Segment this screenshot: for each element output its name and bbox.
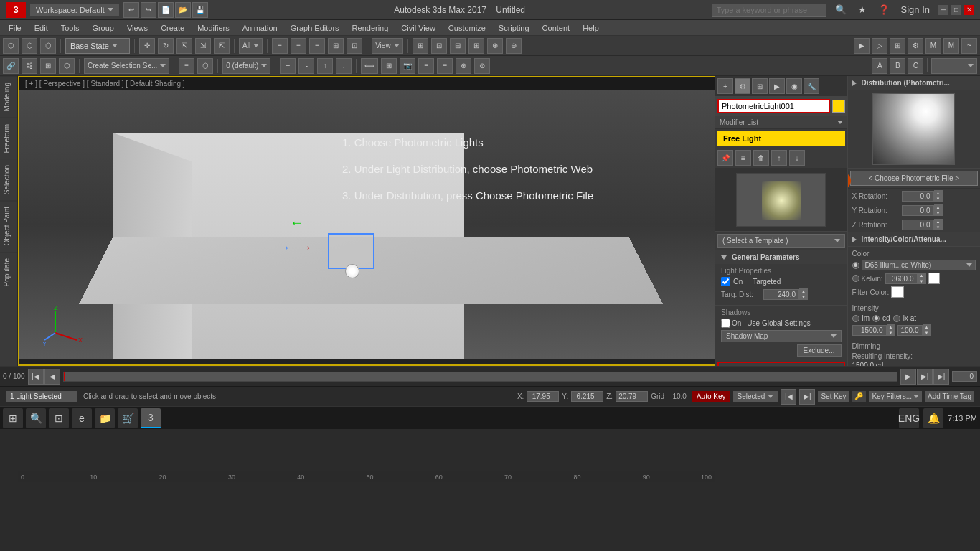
lp-targ-up[interactable]: ▲ bbox=[799, 288, 808, 294]
menu-rendering[interactable]: Rendering bbox=[347, 22, 395, 34]
cd-radio[interactable] bbox=[872, 315, 880, 322]
mod-del-icon[interactable]: 🗑 bbox=[753, 150, 769, 166]
x-rot-input[interactable] bbox=[902, 191, 934, 202]
layer-btn[interactable]: ≡ bbox=[179, 58, 194, 74]
light-name-field[interactable] bbox=[717, 99, 830, 113]
snapshot-btn[interactable]: 📷 bbox=[400, 58, 415, 74]
menu-tools[interactable]: Tools bbox=[55, 22, 85, 34]
taskbar-store-btn[interactable]: 🛒 bbox=[118, 408, 138, 428]
taskbar-3dsmax-btn[interactable]: 3 bbox=[141, 408, 161, 428]
z-rot-input[interactable] bbox=[902, 220, 934, 230]
y-rot-up[interactable]: ▲ bbox=[934, 204, 943, 210]
z-rot-dn[interactable]: ▼ bbox=[934, 225, 943, 230]
modifier-list-btn[interactable]: Modifier List bbox=[715, 116, 847, 129]
d65-dropdown[interactable]: D65 Illum...ce White) bbox=[862, 260, 976, 270]
view3-btn[interactable]: ⊟ bbox=[450, 38, 466, 54]
render-btn[interactable]: ▶ bbox=[854, 38, 870, 54]
select3-btn[interactable]: ⬡ bbox=[40, 38, 56, 54]
taskbar-edge-btn[interactable]: e bbox=[72, 408, 92, 428]
mod-util-icon[interactable]: 🔧 bbox=[804, 78, 819, 94]
view5-btn[interactable]: ⊕ bbox=[487, 38, 503, 54]
int-dn1[interactable]: ▼ bbox=[887, 330, 895, 336]
align5-btn[interactable]: ⊡ bbox=[347, 38, 362, 54]
layer4-btn[interactable]: ↑ bbox=[317, 58, 333, 74]
timeline-next-btn[interactable]: ▶| bbox=[917, 369, 933, 385]
render3-btn[interactable]: ⊞ bbox=[890, 38, 905, 54]
shadow-on-cb[interactable] bbox=[721, 319, 730, 328]
sidebar-tab-populate[interactable]: Populate bbox=[0, 252, 17, 292]
menu-create[interactable]: Create bbox=[155, 22, 190, 34]
lp-targ-dn[interactable]: ▼ bbox=[799, 294, 808, 300]
name-sel-btn[interactable]: A bbox=[872, 58, 887, 74]
close-btn[interactable]: ✕ bbox=[964, 5, 974, 15]
lxat-radio[interactable] bbox=[893, 315, 900, 322]
timeline-bar[interactable] bbox=[63, 372, 897, 382]
timeline-end-btn[interactable]: ▶| bbox=[933, 369, 949, 385]
all-dropdown[interactable]: All bbox=[239, 38, 263, 54]
int-dn2[interactable]: ▼ bbox=[923, 330, 931, 336]
selected-dropdown[interactable]: Selected bbox=[733, 391, 778, 402]
int-up1[interactable]: ▲ bbox=[887, 324, 895, 330]
name-sel2-btn[interactable]: B bbox=[890, 58, 905, 74]
mat2-btn[interactable]: M bbox=[943, 38, 959, 54]
light-dist-sec-header[interactable]: Light Distribution (Type) bbox=[719, 363, 844, 366]
name-sel3-btn[interactable]: C bbox=[908, 58, 923, 74]
save-btn[interactable]: 💾 bbox=[192, 2, 208, 18]
layer2-btn[interactable]: + bbox=[280, 58, 296, 74]
int-up2[interactable]: ▲ bbox=[923, 324, 931, 330]
default-layer-dropdown[interactable]: 0 (default) bbox=[222, 58, 270, 74]
mod-up-icon[interactable]: ↑ bbox=[771, 150, 787, 166]
x-input[interactable] bbox=[527, 391, 559, 402]
menu-customize[interactable]: Customize bbox=[443, 22, 491, 34]
mod-dn-icon[interactable]: ↓ bbox=[789, 150, 805, 166]
view4-btn[interactable]: ⊞ bbox=[468, 38, 484, 54]
render2-btn[interactable]: ▷ bbox=[872, 38, 887, 54]
menu-animation[interactable]: Animation bbox=[237, 22, 283, 34]
move-btn[interactable]: ✛ bbox=[139, 38, 155, 54]
array-btn[interactable]: ⊞ bbox=[381, 58, 397, 74]
filter-color-swatch[interactable] bbox=[891, 286, 904, 298]
settings-btn[interactable]: ⚙ bbox=[908, 38, 923, 54]
normal-align-btn[interactable]: ≡ bbox=[437, 58, 453, 74]
lm-radio[interactable] bbox=[852, 315, 859, 322]
timeline-start-btn[interactable]: |◀ bbox=[28, 369, 44, 385]
help-icon[interactable]: ❓ bbox=[875, 4, 892, 15]
menu-modifiers[interactable]: Modifiers bbox=[192, 22, 235, 34]
scene-btn[interactable]: ⬡ bbox=[197, 58, 213, 74]
rotate-btn[interactable]: ↻ bbox=[158, 38, 174, 54]
intensity-val-input1[interactable] bbox=[852, 325, 887, 336]
view-dropdown[interactable]: View bbox=[372, 38, 403, 54]
kelvin-input[interactable] bbox=[885, 273, 918, 284]
isolate-btn[interactable]: ⊙ bbox=[474, 58, 490, 74]
render-preset-dropdown[interactable] bbox=[931, 58, 977, 74]
x-rot-dn[interactable]: ▼ bbox=[934, 196, 943, 202]
menu-scripting[interactable]: Scripting bbox=[493, 22, 535, 34]
mirror-btn[interactable]: ⟺ bbox=[361, 58, 378, 74]
add-time-tag-btn[interactable]: Add Time Tag bbox=[925, 391, 974, 402]
menu-group[interactable]: Group bbox=[86, 22, 120, 34]
new-btn[interactable]: 📄 bbox=[158, 2, 174, 18]
taskbar-explorer-btn[interactable]: 📁 bbox=[95, 408, 115, 428]
y-rot-input[interactable] bbox=[902, 205, 934, 216]
menu-content[interactable]: Content bbox=[537, 22, 576, 34]
auto-key-btn[interactable]: Auto Key bbox=[692, 391, 730, 402]
menu-civil-view[interactable]: Civil View bbox=[395, 22, 440, 34]
scale2-btn[interactable]: ⇲ bbox=[195, 38, 211, 54]
light-color-btn[interactable] bbox=[832, 100, 845, 113]
align2-btn[interactable]: ≡ bbox=[291, 38, 306, 54]
sel-template-dd[interactable]: ( Select a Template ) bbox=[717, 234, 845, 248]
sidebar-tab-objectpaint[interactable]: Object Paint bbox=[0, 200, 17, 251]
key-filters-dropdown[interactable]: Key Filters... bbox=[869, 391, 922, 402]
taskbar-start-btn[interactable]: ⊞ bbox=[3, 408, 23, 428]
mod-modify-icon[interactable]: ⚙ bbox=[735, 78, 750, 94]
mod-list-icon[interactable]: ≡ bbox=[735, 150, 751, 166]
lp-targ-dist-input[interactable] bbox=[763, 289, 799, 300]
undo-btn[interactable]: ↩ bbox=[123, 2, 139, 18]
sidebar-tab-freeform[interactable]: Freeform bbox=[0, 118, 17, 159]
menu-help[interactable]: Help bbox=[577, 22, 605, 34]
align3-btn[interactable]: ≡ bbox=[309, 38, 325, 54]
workspace-dropdown[interactable]: Workspace: Default bbox=[30, 4, 119, 16]
kelvin-color-swatch[interactable] bbox=[928, 273, 940, 284]
prev-key-btn[interactable]: |◀ bbox=[781, 389, 796, 405]
scale3-btn[interactable]: ⇱ bbox=[214, 38, 230, 54]
